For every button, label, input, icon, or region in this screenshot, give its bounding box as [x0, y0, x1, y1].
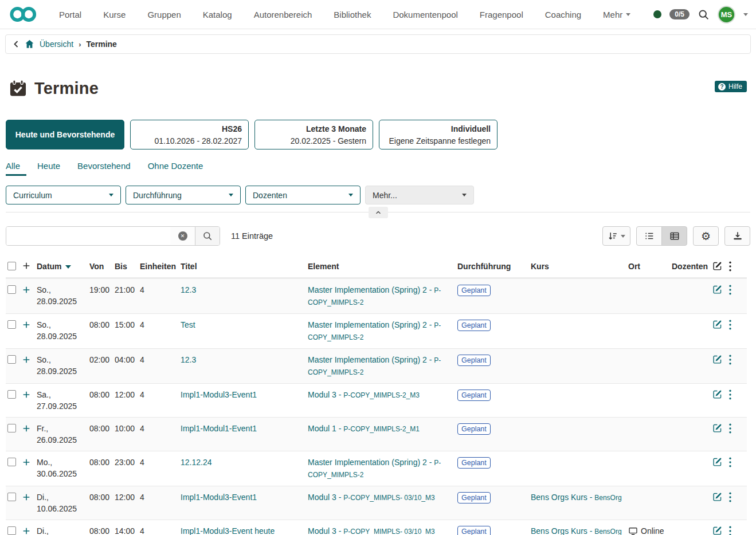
row-menu-icon[interactable]	[728, 457, 732, 467]
column-header-einheiten[interactable]: Einheiten	[140, 258, 181, 278]
row-menu-icon[interactable]	[728, 319, 732, 330]
nav-item-coaching[interactable]: Coaching	[534, 10, 592, 19]
filter-individual-button[interactable]: Individuell Eigene Zeitspanne festlegen	[379, 120, 498, 150]
nav-item-mehr[interactable]: Mehr	[592, 10, 641, 19]
avatar[interactable]: MS	[718, 6, 735, 23]
download-button[interactable]	[724, 226, 750, 246]
row-checkbox[interactable]	[7, 458, 16, 466]
row-menu-icon[interactable]	[728, 525, 732, 535]
nav-item-gruppen[interactable]: Gruppen	[136, 10, 191, 19]
row-menu-icon[interactable]	[728, 491, 732, 502]
dozenten-dropdown[interactable]: Dozenten	[245, 186, 361, 204]
add-appointment-icon[interactable]	[22, 354, 31, 364]
add-appointment-icon[interactable]	[22, 319, 31, 329]
add-appointment-icon[interactable]	[22, 525, 31, 535]
element-link[interactable]: Modul 1 - P-COPY_MIMPLS-2_M1	[308, 424, 420, 433]
edit-icon[interactable]	[712, 457, 722, 467]
nav-item-bibliothek[interactable]: Bibliothek	[323, 10, 382, 19]
nav-item-autorenbereich[interactable]: Autorenbereich	[243, 10, 323, 19]
curriculum-dropdown[interactable]: Curriculum	[6, 186, 121, 204]
column-header-von[interactable]: Von	[89, 258, 115, 278]
help-button[interactable]: ? Hilfe	[715, 81, 747, 92]
column-header-element[interactable]: Element	[308, 258, 457, 278]
event-title-link[interactable]: Impl1-Modul1-Event1	[181, 424, 257, 433]
event-title-link[interactable]: Impl1-Modul3-Event1	[181, 390, 257, 399]
back-icon[interactable]	[13, 40, 19, 48]
edit-icon[interactable]	[712, 354, 722, 364]
row-checkbox[interactable]	[7, 493, 16, 501]
column-header-titel[interactable]: Titel	[181, 258, 308, 278]
nav-item-fragenpool[interactable]: Fragenpool	[469, 10, 534, 19]
nav-item-dokumentenpool[interactable]: Dokumentenpool	[382, 10, 468, 19]
row-checkbox[interactable]	[7, 390, 16, 399]
filter-today-upcoming-button[interactable]: Heute und Bevorstehende	[6, 120, 124, 150]
edit-icon[interactable]	[712, 525, 722, 535]
row-checkbox[interactable]	[7, 526, 16, 535]
event-title-link[interactable]: Impl1-Modul3-Event heute (OnlineMeeting)	[181, 526, 275, 535]
element-link[interactable]: Modul 3 - P-COPY_MIMPLS- 03/10_M3	[308, 493, 435, 502]
search-icon[interactable]	[698, 9, 710, 21]
column-header-datum[interactable]: Datum	[37, 258, 89, 278]
sort-button[interactable]	[602, 226, 630, 246]
tab-heute[interactable]: Heute	[37, 161, 60, 176]
add-appointment-icon[interactable]	[22, 423, 31, 433]
row-menu-icon[interactable]	[728, 423, 732, 434]
add-column-icon[interactable]	[22, 260, 31, 270]
select-all-checkbox[interactable]	[7, 262, 16, 270]
row-menu-icon[interactable]	[728, 284, 732, 295]
event-title-link[interactable]: Test	[181, 320, 195, 329]
event-title-link[interactable]: 12.3	[181, 285, 196, 294]
filter-semester-button[interactable]: HS26 01.10.2026 - 28.02.2027	[130, 120, 249, 150]
element-link[interactable]: Master Implementation (Spring) 2 - P-COP…	[308, 355, 441, 376]
user-menu-chevron-icon[interactable]	[743, 13, 748, 16]
column-header-ort[interactable]: Ort	[628, 258, 672, 278]
nav-item-portal[interactable]: Portal	[48, 10, 92, 19]
column-header-kurs[interactable]: Kurs	[531, 258, 628, 278]
collapse-filters-button[interactable]	[369, 207, 388, 218]
breadcrumb-overview-link[interactable]: Übersicht	[40, 40, 73, 49]
clear-search-button[interactable]: ✕	[170, 227, 195, 245]
add-appointment-icon[interactable]	[22, 491, 31, 502]
edit-icon[interactable]	[712, 319, 722, 329]
row-checkbox[interactable]	[7, 285, 16, 294]
event-title-link[interactable]: 12.12.24	[181, 458, 212, 467]
row-menu-icon[interactable]	[728, 354, 732, 365]
nav-item-kurse[interactable]: Kurse	[92, 10, 136, 19]
table-menu-icon[interactable]	[728, 261, 732, 272]
element-link[interactable]: Modul 3 - P-COPY_MIMPLS- 03/10_M3	[308, 526, 435, 535]
add-appointment-icon[interactable]	[22, 457, 31, 467]
add-appointment-icon[interactable]	[22, 389, 31, 399]
element-link[interactable]: Master Implementation (Spring) 2 - P-COP…	[308, 320, 441, 341]
home-icon[interactable]	[25, 40, 34, 49]
edit-all-icon[interactable]	[712, 261, 722, 271]
element-link[interactable]: Modul 3 - P-COPY_MIMPLS-2_M3	[308, 390, 420, 399]
add-appointment-icon[interactable]	[22, 284, 31, 294]
counter-badge[interactable]: 0/5	[669, 9, 690, 19]
tab-ohne-dozente[interactable]: Ohne Dozente	[148, 161, 203, 176]
edit-icon[interactable]	[712, 389, 722, 399]
durchfuehrung-dropdown[interactable]: Durchführung	[126, 186, 241, 204]
table-view-button[interactable]	[661, 226, 687, 246]
row-checkbox[interactable]	[7, 424, 16, 432]
edit-icon[interactable]	[712, 284, 722, 294]
tab-bevorstehend[interactable]: Bevorstehend	[77, 161, 131, 176]
column-header-durchfuehrung[interactable]: Durchführung	[457, 258, 531, 278]
element-link[interactable]: Master Implementation (Spring) 2 - P-COP…	[308, 285, 441, 306]
column-header-dozenten[interactable]: Dozenten	[672, 258, 712, 278]
mehr-filter-dropdown[interactable]: Mehr...	[365, 186, 474, 204]
event-title-link[interactable]: Impl1-Modul3-Event1	[181, 493, 257, 502]
row-checkbox[interactable]	[7, 355, 16, 364]
list-view-button[interactable]	[636, 226, 662, 246]
row-checkbox[interactable]	[7, 320, 16, 329]
event-title-link[interactable]: 12.3	[181, 355, 196, 364]
course-link[interactable]: Bens Orgs Kurs - BensOrg	[531, 526, 622, 535]
column-header-bis[interactable]: Bis	[115, 258, 140, 278]
settings-button[interactable]: ⚙	[693, 226, 719, 246]
row-menu-icon[interactable]	[728, 389, 732, 400]
app-logo-icon[interactable]	[9, 6, 38, 23]
edit-icon[interactable]	[712, 491, 722, 502]
course-link[interactable]: Bens Orgs Kurs - BensOrg	[531, 493, 622, 502]
edit-icon[interactable]	[712, 423, 722, 433]
nav-item-katalog[interactable]: Katalog	[192, 10, 243, 19]
element-link[interactable]: Master Implementation (Spring) 2 - P-COP…	[308, 458, 441, 479]
